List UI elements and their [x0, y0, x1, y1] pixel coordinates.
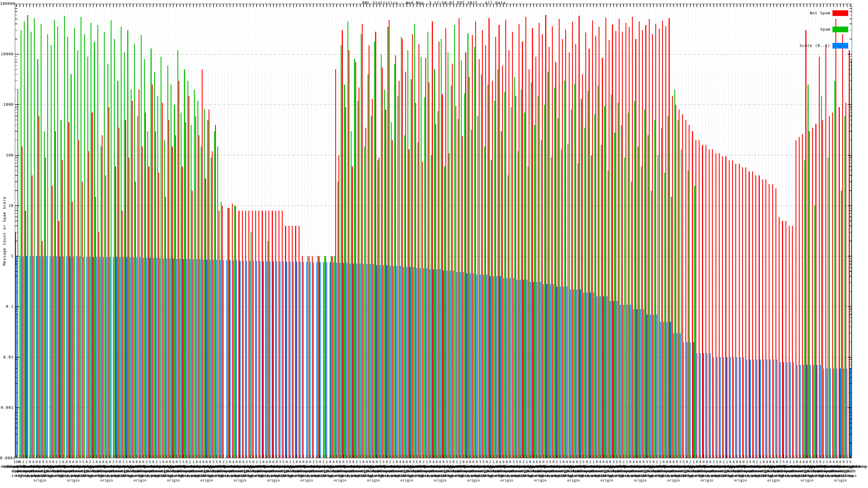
x-tick-rbl-label: origin hop — [603, 474, 624, 478]
x-tick-count-label: 0 — [763, 460, 765, 464]
bar-spam — [581, 99, 582, 458]
bar-not-spam — [826, 45, 826, 458]
x-tick-rbl-label: 2 hops — [361, 474, 373, 478]
x-tick-count-label: 3 — [312, 460, 314, 464]
x-tick-rbl-label: 2 hop — [258, 474, 269, 478]
bar-spam — [447, 52, 448, 458]
x-tick-rbl-label: barracuda — [377, 469, 396, 473]
x-tick-rbl-label: 3 hops — [621, 474, 633, 478]
x-tick-rbl-label: origin — [100, 479, 113, 482]
bar-spam — [531, 82, 532, 458]
bar-score — [136, 257, 137, 458]
bar-not-spam — [652, 34, 653, 458]
bar-spam — [428, 32, 428, 458]
x-tick-rbl-label: njabl — [842, 469, 852, 473]
bar-score — [843, 368, 844, 458]
bar-not-spam — [716, 153, 716, 458]
y-tick-label: 0.01 — [0, 355, 13, 359]
x-tick-rbl-label: spamhaus — [135, 469, 152, 473]
x-tick-rbl-label: abuseat — [509, 469, 524, 473]
bar-not-spam — [552, 26, 553, 458]
bar-score — [96, 257, 97, 458]
bar-not-spam — [282, 210, 283, 458]
bar-not-spam — [549, 47, 550, 458]
x-tick-rbl-label: truncate.gbudb.net — [671, 465, 709, 468]
x-tick-rbl-label: hostkarma.junkemailfilter.com — [783, 465, 844, 468]
bar-score — [583, 293, 584, 458]
x-tick-rbl-label: psbl.surriel.com — [613, 465, 647, 468]
x-tick-rbl-label: combined.njabl.org — [828, 465, 866, 468]
x-tick-rbl-label: spamhaus — [535, 469, 552, 473]
bar-spam — [814, 206, 815, 458]
x-tick-rbl-label: gbudb — [245, 469, 255, 473]
x-tick-rbl-label: dul.dnsbl.sorbs.net — [580, 465, 620, 468]
x-tick-rbl-label: origin hop — [523, 474, 544, 478]
x-tick-rbl-label: gbudb — [725, 469, 736, 473]
x-tick-count-label: 0 — [362, 460, 365, 464]
x-tick-count-label: 6 — [806, 460, 808, 464]
x-tick-rbl-label: 7 hops — [844, 474, 857, 478]
x-tick-rbl-label: hop — [587, 474, 593, 478]
x-tick-rbl-label: manitu — [557, 469, 570, 473]
bar-spam — [331, 256, 332, 458]
bar-spam — [44, 131, 45, 458]
bar-spam — [154, 72, 155, 458]
bar-score — [607, 296, 607, 458]
x-tick-rbl-label: hostkarma.junkemailfilter.com — [183, 465, 244, 468]
x-tick-count-label: 0 — [296, 460, 298, 464]
x-tick-count-label: 2 — [522, 460, 525, 464]
x-tick-rbl-label: sorbs — [595, 469, 606, 473]
bar-not-spam — [432, 22, 433, 458]
x-tick-rbl-label: hop — [267, 474, 273, 478]
bar-spam — [484, 147, 485, 458]
x-tick-count-label: 5 — [49, 460, 51, 464]
x-tick-count-label: 5 — [182, 460, 184, 464]
x-tick-count-label: 0 — [352, 460, 354, 464]
x-tick-rbl-label: njabl — [41, 469, 52, 473]
bar-not-spam — [835, 19, 836, 458]
bar-score — [513, 278, 514, 458]
bar-spam — [618, 103, 618, 458]
x-tick-count-label: 0 — [119, 460, 121, 464]
bar-spam — [551, 158, 552, 458]
bar-not-spam — [325, 256, 326, 458]
x-tick-rbl-label: dnsbl.sorbs.net — [401, 465, 433, 468]
bar-not-spam — [842, 34, 843, 458]
bar-score — [677, 333, 677, 458]
x-tick-rbl-label: 4 hops — [827, 474, 840, 478]
legend-swatch-spam-icon — [833, 27, 848, 32]
bar-spam — [57, 26, 58, 458]
x-tick-rbl-label: 2 hops — [120, 474, 133, 478]
bar-spam — [631, 182, 632, 458]
x-tick-rbl-label: 3 hops — [540, 474, 553, 478]
x-tick-count-label: 0 — [376, 460, 378, 464]
bar-score — [550, 284, 551, 458]
bar-score — [777, 359, 777, 458]
x-tick-rbl-label: sorbs — [195, 469, 205, 473]
x-tick-rbl-label: sorbs — [675, 469, 685, 473]
x-tick-rbl-label: njabl — [682, 469, 692, 473]
bar-score — [680, 333, 681, 458]
y-tick-label: 0.001 — [0, 405, 13, 410]
bar-score — [253, 261, 254, 458]
x-tick-rbl-label: psbl — [26, 469, 34, 473]
bar-score — [66, 257, 67, 458]
bar-not-spam — [465, 52, 466, 458]
bar-spam — [394, 64, 395, 458]
bar-spam — [344, 85, 345, 458]
x-tick-count-label: 5 — [749, 460, 751, 464]
bar-score — [50, 257, 51, 458]
x-tick-rbl-label: psbl — [266, 469, 274, 473]
bar-score — [103, 257, 104, 458]
x-tick-rbl-label: 4 hops — [427, 474, 440, 478]
x-tick-count-label: 0 — [52, 460, 54, 464]
bar-score — [423, 268, 424, 458]
x-tick-count-label: 2 — [689, 460, 691, 464]
x-tick-count-label: 0 — [19, 460, 21, 464]
bar-spam — [37, 59, 38, 458]
bar-spam — [371, 116, 372, 458]
x-tick-count-label: 0 — [442, 460, 444, 464]
bar-score — [460, 272, 461, 458]
bar-spam — [441, 39, 442, 458]
bar-score — [517, 280, 517, 458]
